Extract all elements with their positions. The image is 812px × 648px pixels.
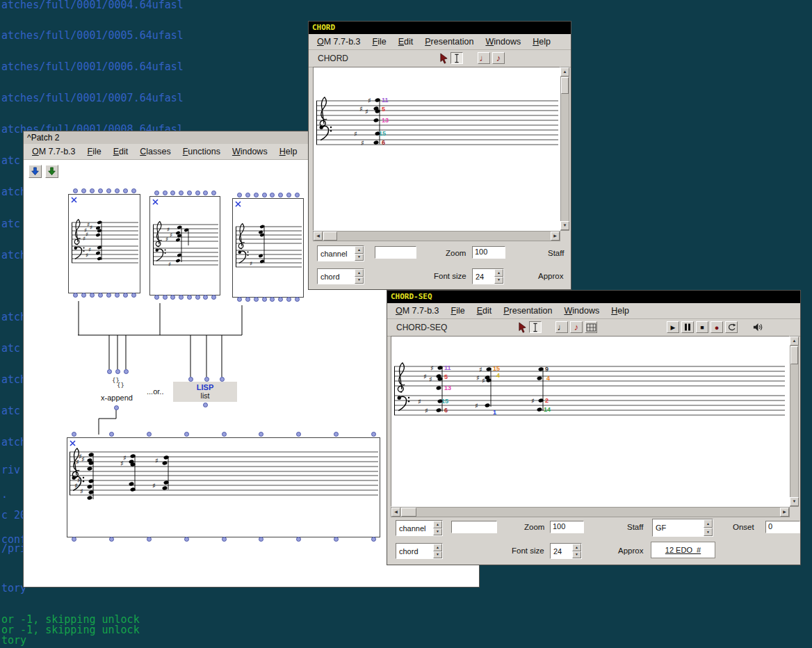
close-box-icon[interactable] [152, 199, 159, 205]
onset-field[interactable]: 0 [765, 521, 800, 533]
port-dot[interactable] [184, 432, 189, 437]
port-dot[interactable] [187, 191, 192, 195]
port-dot[interactable] [371, 432, 376, 437]
menu-item-edit[interactable]: Edit [113, 147, 129, 156]
speaker-button[interactable] [752, 321, 764, 333]
play-button[interactable]: ▶ [667, 321, 679, 333]
port-dot[interactable] [184, 537, 189, 542]
chord-dropdown[interactable]: chord ▲ ▼ [317, 268, 364, 284]
port-dot[interactable] [278, 297, 283, 302]
port-dot[interactable] [203, 295, 208, 300]
channel-stepper[interactable]: ▲ ▼ [433, 521, 442, 535]
step-up-icon[interactable]: ▲ [572, 544, 581, 551]
approx-value-button[interactable]: 12 EDO_# [651, 542, 715, 558]
port-dot[interactable] [163, 295, 168, 300]
step-up-icon[interactable]: ▲ [494, 269, 503, 277]
port-dot[interactable] [147, 537, 152, 542]
step-down-icon[interactable]: ▼ [433, 551, 442, 559]
menu-item-file[interactable]: File [88, 147, 102, 156]
port-dot[interactable] [106, 188, 111, 193]
quarter-note-button[interactable]: ♩ [478, 52, 490, 64]
patch-window-title[interactable]: ^Patch 2 [24, 131, 309, 144]
port-dot[interactable] [211, 295, 216, 300]
port-dot[interactable] [286, 297, 291, 302]
port-dot[interactable] [203, 191, 208, 195]
green-arrow-button[interactable] [45, 165, 58, 178]
port-dot[interactable] [81, 293, 86, 298]
record-button[interactable]: ● [710, 321, 723, 333]
port-dot[interactable] [114, 405, 119, 410]
port-dot[interactable] [109, 537, 114, 542]
scroll-up-icon[interactable]: ▲ [560, 67, 569, 76]
menu-item-file[interactable]: File [373, 37, 387, 47]
chord-window-title[interactable]: CHORD [309, 22, 571, 34]
menu-item-classes[interactable]: Classes [140, 147, 170, 156]
step-down-icon[interactable]: ▼ [572, 551, 581, 559]
port-dot[interactable] [245, 297, 250, 302]
port-dot[interactable] [188, 377, 193, 382]
hscroll-thumb[interactable] [323, 232, 337, 241]
port-dot[interactable] [115, 369, 120, 374]
port-dot[interactable] [254, 297, 259, 302]
port-dot[interactable] [72, 537, 76, 542]
port-dot[interactable] [154, 295, 159, 300]
eighth-note-button[interactable]: ♪ [492, 52, 505, 64]
chord-score-area[interactable]: ♯♯♯♯♯11513156 [313, 67, 560, 231]
staff-dropdown[interactable]: GF ▲ ▼ [652, 519, 713, 537]
x-append-label[interactable]: x-append [101, 394, 133, 402]
text-cursor-button[interactable] [529, 321, 542, 333]
hscroll-thumb[interactable] [401, 508, 416, 517]
step-up-icon[interactable]: ▲ [355, 269, 364, 277]
scroll-down-icon[interactable]: ▼ [790, 497, 799, 506]
port-dot[interactable] [179, 295, 184, 300]
port-dot[interactable] [295, 297, 300, 302]
port-dot[interactable] [72, 432, 76, 437]
channel-dropdown[interactable]: channel ▲ ▼ [396, 520, 443, 536]
step-up-icon[interactable]: ▲ [433, 544, 442, 551]
port-dot[interactable] [147, 432, 152, 437]
staff-stepper[interactable]: ▲ ▼ [704, 519, 713, 536]
vscroll-thumb[interactable] [790, 346, 798, 364]
port-dot[interactable] [115, 188, 120, 193]
or-comment[interactable]: ...or.. [147, 387, 163, 396]
grid-view-button[interactable] [585, 321, 597, 333]
port-dot[interactable] [109, 432, 114, 437]
port-dot[interactable] [107, 369, 112, 374]
menu-item-om-7-7-b-3[interactable]: OM 7.7-b.3 [317, 37, 361, 47]
port-dot[interactable] [278, 193, 283, 197]
score-factory-box[interactable]: ♯♯♯♯ [149, 196, 220, 295]
chordseq-vscrollbar[interactable]: ▲ ▼ [790, 336, 799, 507]
menu-item-windows[interactable]: Windows [485, 37, 521, 47]
port-dot[interactable] [254, 193, 259, 197]
close-box-icon[interactable] [71, 197, 77, 203]
menu-item-windows[interactable]: Windows [232, 147, 268, 156]
eighth-note-button[interactable]: ♪ [570, 321, 583, 333]
step-down-icon[interactable]: ▼ [355, 254, 364, 261]
port-dot[interactable] [131, 188, 136, 193]
menu-item-functions[interactable]: Functions [183, 147, 220, 156]
score-factory-box[interactable]: ♯♯♯♯♯♯♯ [68, 194, 140, 293]
chord-vscrollbar[interactable]: ▲ ▼ [560, 67, 569, 231]
score-factory-box[interactable]: ♯♯♯♯♯♯♯♯♯♯ [67, 437, 380, 537]
value-field[interactable] [375, 246, 416, 259]
menu-item-help[interactable]: Help [279, 147, 298, 156]
port-dot[interactable] [262, 297, 267, 302]
port-dot[interactable] [98, 293, 103, 298]
port-dot[interactable] [220, 377, 225, 382]
port-dot[interactable] [123, 188, 128, 193]
chord-stepper[interactable]: ▲ ▼ [355, 269, 364, 284]
port-dot[interactable] [371, 537, 376, 542]
scroll-right-icon[interactable]: ▶ [551, 232, 560, 241]
port-dot[interactable] [295, 193, 300, 197]
menu-item-help[interactable]: Help [533, 37, 551, 47]
chord-hscrollbar[interactable]: ◀ ▶ [313, 231, 560, 241]
port-dot[interactable] [131, 293, 136, 298]
chord-dropdown[interactable]: chord ▲ ▼ [396, 543, 443, 559]
port-dot[interactable] [296, 537, 301, 542]
port-dot[interactable] [81, 188, 86, 193]
port-dot[interactable] [203, 403, 208, 407]
menu-item-edit[interactable]: Edit [398, 37, 414, 47]
score-factory-box[interactable]: ♯ [232, 198, 304, 298]
port-dot[interactable] [270, 297, 275, 302]
port-dot[interactable] [106, 293, 111, 298]
